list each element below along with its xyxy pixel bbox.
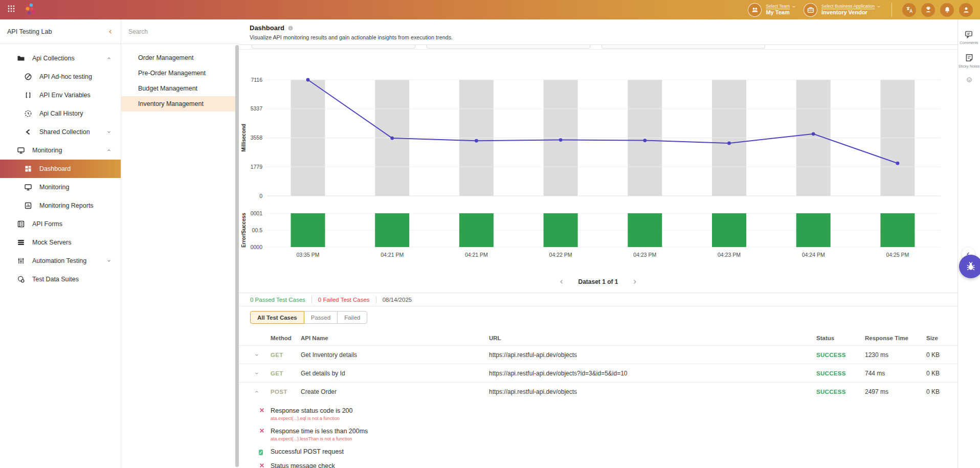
list-item-label: Inventory Management xyxy=(138,100,204,107)
sidebar-item-label: Test Data Suites xyxy=(32,276,79,283)
summary-separator xyxy=(376,296,376,303)
list-item-label: Budget Management xyxy=(138,85,197,92)
chevron-down-icon xyxy=(791,4,796,9)
sidebar-item-label: Api Collections xyxy=(32,55,75,62)
assertion-error-detail: ata.expect(...).eql is not a function xyxy=(271,415,353,421)
toolbar-comments[interactable]: Comments xyxy=(960,30,978,45)
summary-date: 08/14/2025 xyxy=(383,297,412,303)
sidebar-item-api-ad-hoc-testing[interactable]: API Ad-hoc testing xyxy=(0,68,121,86)
sidebar-item-shared-collection[interactable]: Shared Collection xyxy=(0,123,121,141)
sidebar-item-label: Monitoring xyxy=(32,147,62,154)
topbar-left xyxy=(7,2,39,17)
top-header-bar: Select Team My Team Select Business Appl… xyxy=(0,0,980,19)
assertion-failed: Response time is less than 200msata.expe… xyxy=(259,426,957,442)
svg-text:03:35 PM: 03:35 PM xyxy=(297,252,320,258)
sidebar-item-api-call-history[interactable]: Api Call History xyxy=(0,104,121,123)
list-item-pre-order-management[interactable]: Pre-Order Management xyxy=(121,65,239,81)
brand-logo[interactable] xyxy=(24,2,39,17)
list-item-label: Order Management xyxy=(138,54,193,61)
toolbar-label: Comments xyxy=(960,40,978,45)
column-header-response-time: Response Time xyxy=(865,335,926,341)
right-utility-toolbar: CommentsSticky Notes xyxy=(957,19,980,468)
sidebar-item-monitoring-reports[interactable]: Monitoring Reports xyxy=(0,196,121,215)
translate-button[interactable] xyxy=(902,3,916,17)
profile-button[interactable] xyxy=(959,3,973,17)
business-application-selector[interactable]: Select Business Application Inventory Ve… xyxy=(804,3,881,17)
tab-passed[interactable]: Passed xyxy=(304,311,338,324)
svg-text:Error/Success: Error/Success xyxy=(241,213,247,248)
topbar-divider xyxy=(892,3,892,17)
bug-report-button[interactable] xyxy=(959,255,980,278)
forms-icon xyxy=(17,220,25,228)
sidebar-item-label: Monitoring xyxy=(39,184,69,191)
application-selector-label: Select Business Application xyxy=(821,4,875,9)
notifications-bell-button[interactable] xyxy=(940,3,954,17)
sidebar-item-label: Shared Collection xyxy=(39,128,90,136)
passed-count: 0 Passed Test Cases xyxy=(250,297,305,303)
reactions-smiley-icon[interactable] xyxy=(966,77,972,83)
table-row-get-inventory-details[interactable]: GETGet Inventory detailshttps://api.rest… xyxy=(239,345,957,364)
assertion-label: Response status code is 200 xyxy=(271,407,353,414)
clipped-select-1[interactable] xyxy=(252,45,415,49)
clipped-select-3[interactable] xyxy=(602,45,765,49)
sidebar-item-dashboard[interactable]: Dashboard xyxy=(0,160,121,178)
assertion-failed: Status message check xyxy=(259,461,957,468)
sidebar-collapse-chevron-icon[interactable] xyxy=(107,29,114,35)
sidebar-item-monitoring[interactable]: Monitoring xyxy=(0,141,121,160)
x-mark-icon xyxy=(259,427,266,436)
dataset-prev-chevron-icon[interactable] xyxy=(559,279,565,285)
list-item-inventory-management[interactable]: Inventory Management xyxy=(121,96,239,112)
svg-text:Millisecond: Millisecond xyxy=(241,124,247,151)
column-header-size: Size xyxy=(926,335,957,341)
search-input[interactable] xyxy=(128,28,232,35)
svg-text:0: 0 xyxy=(259,193,262,199)
response-size: 0 KB xyxy=(926,351,957,359)
team-selector[interactable]: Select Team My Team xyxy=(748,3,796,17)
sidebar-item-label: Monitoring Reports xyxy=(39,202,94,209)
sidebar-item-automation-testing[interactable]: Automation Testing xyxy=(0,252,121,270)
brackets-icon xyxy=(24,91,32,99)
list-item-order-management[interactable]: Order Management xyxy=(121,50,239,65)
svg-text:04:25 PM: 04:25 PM xyxy=(886,252,909,258)
assistant-button[interactable] xyxy=(921,3,935,17)
translate-icon xyxy=(905,6,914,14)
testcase-filter-tabs: All Test CasesPassedFailed xyxy=(250,311,367,324)
row-expand-chevron-down-icon[interactable] xyxy=(239,371,271,376)
info-icon[interactable] xyxy=(287,25,294,31)
sidebar-item-mock-servers[interactable]: Mock Servers xyxy=(0,233,121,252)
panel-scrollbar[interactable] xyxy=(235,44,239,468)
monitor-icon xyxy=(17,146,25,154)
people-icon xyxy=(748,3,762,17)
sidebar-item-monitoring[interactable]: Monitoring xyxy=(0,178,121,196)
dashboard-icon xyxy=(24,165,32,173)
dataset-next-chevron-icon[interactable] xyxy=(632,279,638,285)
row-expand-chevron-up-icon[interactable] xyxy=(239,389,271,394)
tab-failed[interactable]: Failed xyxy=(337,311,367,324)
sidebar-item-test-data-suites[interactable]: Test Data Suites xyxy=(0,270,121,288)
testcase-summary-bar: 0 Passed Test Cases 0 Failed Test Cases … xyxy=(239,293,957,306)
toolbar-sticky-notes[interactable]: Sticky Notes xyxy=(959,53,980,69)
svg-text:3558: 3558 xyxy=(251,135,263,141)
sidebar-item-label: API Ad-hoc testing xyxy=(39,73,92,80)
clipped-select-2[interactable] xyxy=(427,45,590,49)
report-icon xyxy=(24,202,32,210)
table-row-get-details-by-id[interactable]: GETGet details by Idhttps://api.restful-… xyxy=(239,364,957,382)
sidebar-item-label: Mock Servers xyxy=(32,239,71,246)
x-mark-icon xyxy=(259,461,266,468)
sidebar-item-api-collections[interactable]: Api Collections xyxy=(0,49,121,68)
assertion-label: Response time is less than 200ms xyxy=(271,428,368,435)
sticky-notes-icon xyxy=(965,53,974,62)
app-launcher-icon[interactable] xyxy=(7,5,17,15)
page-subtitle: Visualize API monitoring results and gai… xyxy=(250,34,957,41)
floating-assistant xyxy=(952,248,980,295)
comments-icon xyxy=(964,30,973,39)
tab-all-test-cases[interactable]: All Test Cases xyxy=(250,311,304,324)
sidebar-item-api-forms[interactable]: API Forms xyxy=(0,215,121,233)
table-row-create-order[interactable]: POSTCreate Orderhttps://api.restful-api.… xyxy=(239,382,957,400)
sidebar-item-api-env-variables[interactable]: API Env Variables xyxy=(0,86,121,104)
sidebar-item-label: Api Call History xyxy=(39,110,83,117)
row-expand-chevron-down-icon[interactable] xyxy=(239,352,271,358)
sidebar-title: API Testing Lab xyxy=(7,28,52,35)
list-item-budget-management[interactable]: Budget Management xyxy=(121,81,239,96)
api-name: Create Order xyxy=(301,388,489,395)
